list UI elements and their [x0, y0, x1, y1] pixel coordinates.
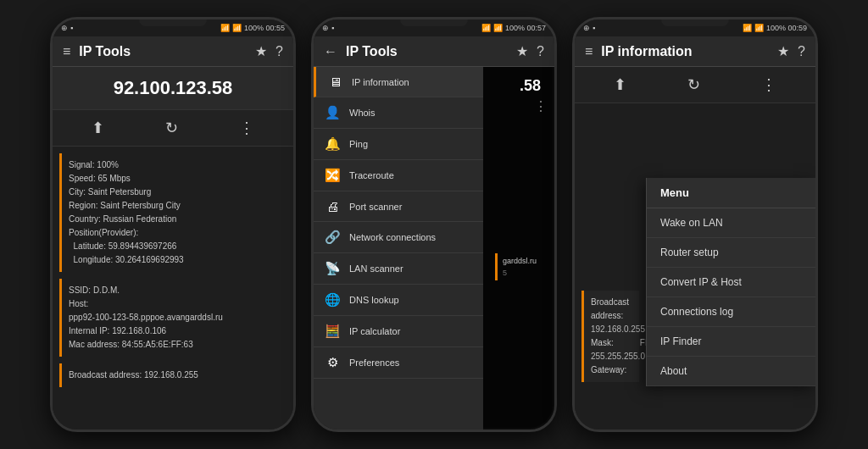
- app-title-2: IP Tools: [346, 44, 508, 59]
- action-bar-3: ⬆ ↻ ⋮: [575, 67, 815, 103]
- menu-item-ip-information[interactable]: 🖥 IP information: [314, 67, 483, 97]
- menu-item-traceroute[interactable]: 🔀 Traceroute: [314, 160, 483, 191]
- host-value-item: ppp92-100-123-58.pppoe.avangarddsl.ru: [69, 311, 280, 324]
- country-item: Country: Russian Federation: [69, 213, 280, 226]
- p3-broadcast-item: Broadcast address:: [591, 296, 632, 323]
- preferences-label: Preferences: [349, 358, 399, 368]
- whois-label: Whois: [349, 108, 376, 118]
- menu-icon-1[interactable]: ≡: [63, 44, 70, 59]
- p3-gateway-item: Gateway:: [591, 363, 632, 377]
- more-button-3[interactable]: ⋮: [761, 75, 776, 94]
- mac-item-1: Mac address: 84:55:A5:6E:FF:63: [69, 338, 280, 352]
- back-icon-2[interactable]: ←: [324, 44, 337, 59]
- ip-address-box: 92.100.123.58: [53, 67, 293, 110]
- status-bar-1: ⊕ ▪ 📶 📶 100% 00:55: [53, 19, 293, 36]
- speed-item: Speed: 65 Mbps: [69, 172, 280, 186]
- menu-item-lan-scanner[interactable]: 📡 LAN scanner: [314, 253, 483, 285]
- phone-body-1: 92.100.123.58 ⬆ ↻ ⋮ Signal: 100% Speed: …: [53, 67, 293, 430]
- battery-3: 📶 100% 00:59: [754, 24, 807, 32]
- backdrop-dots: ⋮: [490, 98, 548, 114]
- help-icon-1[interactable]: ?: [275, 44, 283, 59]
- network-info-section: Signal: 100% Speed: 65 Mbps City: Saint …: [59, 153, 287, 272]
- battery-2: 📶 100% 00:57: [493, 24, 546, 32]
- ping-label: Ping: [349, 139, 368, 149]
- signal-item: Signal: 100%: [69, 158, 280, 172]
- wifi-icon: 📶: [220, 24, 230, 32]
- usb-icon-3: ⊕: [583, 24, 590, 32]
- menu-item-port-scanner[interactable]: 🖨 Port scanner: [314, 191, 483, 222]
- status-bar-2: ⊕ ▪ 📶 📶 100% 00:57: [314, 19, 554, 36]
- position-item: Position(Provider):: [69, 226, 280, 240]
- menu-item-ip-calculator[interactable]: 🧮 IP calculator: [314, 316, 483, 347]
- dns-label: DNS lookup: [349, 295, 399, 305]
- ssid-item: SSID: D.D.M.: [69, 284, 280, 297]
- battery-1: 📶 100% 00:55: [232, 24, 285, 32]
- phone-1: ⊕ ▪ 📶 📶 100% 00:55 ≡ IP Tools ★ ? 92.100…: [50, 17, 296, 432]
- refresh-button-3[interactable]: ↻: [687, 75, 700, 94]
- more-button-1[interactable]: ⋮: [239, 119, 254, 137]
- p3-broadcast-section: Broadcast address: 192.168.0.255 Mask: 2…: [581, 291, 639, 382]
- dropdown-item-about[interactable]: About: [647, 357, 815, 386]
- dropdown-menu: Menu Wake on LAN Router setup Convert IP…: [646, 178, 815, 386]
- help-icon-3[interactable]: ?: [798, 44, 805, 59]
- menu-item-ping[interactable]: 🔔 Ping: [314, 129, 483, 160]
- toolbar-2: ← IP Tools ★ ?: [314, 36, 554, 67]
- phones-container: ⊕ ▪ 📶 📶 100% 00:55 ≡ IP Tools ★ ? 92.100…: [0, 0, 868, 449]
- toolbar-3: ≡ IP information ★ ?: [575, 36, 815, 67]
- share-button-1[interactable]: ⬆: [92, 119, 104, 137]
- wifi-icon-2: 📶: [481, 24, 491, 32]
- preferences-icon: ⚙: [324, 355, 341, 370]
- phone-3: ⊕ ▪ 📶 📶 100% 00:59 ≡ IP information ★ ? …: [572, 17, 818, 432]
- p3-mask-item: Mask:: [591, 336, 632, 350]
- calculator-label: IP calculator: [349, 326, 400, 336]
- lan-label: LAN scanner: [349, 263, 403, 274]
- port-scanner-icon: 🖨: [324, 199, 341, 213]
- info-list-1: Signal: 100% Speed: 65 Mbps City: Saint …: [53, 147, 293, 430]
- network-label: Network connections: [349, 232, 436, 242]
- calculator-icon: 🧮: [324, 324, 341, 339]
- star-icon-2[interactable]: ★: [516, 43, 528, 59]
- action-bar-1: ⬆ ↻ ⋮: [53, 110, 293, 147]
- p3-mask-value: 255.255.255.0: [591, 350, 632, 363]
- phone-2: ⊕ ▪ 📶 📶 100% 00:57 ← IP Tools ★ ? 🖥 IP i…: [311, 17, 557, 432]
- sim-icon-3: ▪: [593, 24, 595, 32]
- dropdown-item-ip-finder[interactable]: IP Finder: [647, 327, 815, 357]
- whois-icon: 👤: [324, 105, 341, 120]
- status-left-2: ⊕ ▪: [322, 24, 334, 32]
- star-icon-3[interactable]: ★: [777, 43, 789, 59]
- dropdown-item-connections-log[interactable]: Connections log: [647, 297, 815, 327]
- host-label-item: Host:: [69, 297, 280, 311]
- city-item: City: Saint Petersburg: [69, 186, 280, 199]
- status-bar-3: ⊕ ▪ 📶 📶 100% 00:59: [575, 19, 815, 36]
- dropdown-header: Menu: [647, 178, 815, 208]
- menu-item-dns-lookup[interactable]: 🌐 DNS lookup: [314, 285, 483, 316]
- menu-item-network-connections[interactable]: 🔗 Network connections: [314, 222, 483, 253]
- star-icon-1[interactable]: ★: [255, 43, 267, 59]
- dropdown-item-router-setup[interactable]: Router setup: [647, 238, 815, 268]
- menu-icon-3[interactable]: ≡: [585, 44, 593, 59]
- traceroute-icon: 🔀: [324, 168, 341, 183]
- dns-icon: 🌐: [324, 292, 341, 308]
- toolbar-1: ≡ IP Tools ★ ?: [53, 36, 293, 67]
- ip-info-label: IP information: [352, 77, 409, 87]
- app-title-1: IP Tools: [79, 44, 247, 59]
- menu-item-preferences[interactable]: ⚙ Preferences: [314, 347, 483, 379]
- latitude-item: Latitude: 59.894439697266: [69, 240, 280, 253]
- wifi-icon-3: 📶: [743, 24, 752, 32]
- usb-icon: ⊕: [61, 24, 68, 32]
- dropdown-item-convert-ip-host[interactable]: Convert IP & Host: [647, 268, 815, 297]
- menu-item-whois[interactable]: 👤 Whois: [314, 97, 483, 129]
- status-right-2: 📶 📶 100% 00:57: [481, 24, 546, 32]
- refresh-button-1[interactable]: ↻: [165, 119, 178, 137]
- sim-icon: ▪: [70, 24, 73, 32]
- ping-icon: 🔔: [324, 136, 341, 152]
- broadcast-section: Broadcast address: 192.168.0.255: [59, 363, 287, 387]
- menu-backdrop[interactable]: .58 ⋮ garddsl.ru 5: [483, 67, 554, 430]
- share-button-3[interactable]: ⬆: [614, 75, 626, 94]
- status-right-3: 📶 📶 100% 00:59: [743, 24, 807, 32]
- status-right-1: 📶 📶 100% 00:55: [220, 24, 285, 32]
- help-icon-2[interactable]: ?: [537, 44, 544, 59]
- usb-icon-2: ⊕: [322, 24, 329, 32]
- dropdown-item-wake-on-lan[interactable]: Wake on LAN: [647, 208, 815, 238]
- backdrop-host: garddsl.ru 5: [490, 114, 548, 423]
